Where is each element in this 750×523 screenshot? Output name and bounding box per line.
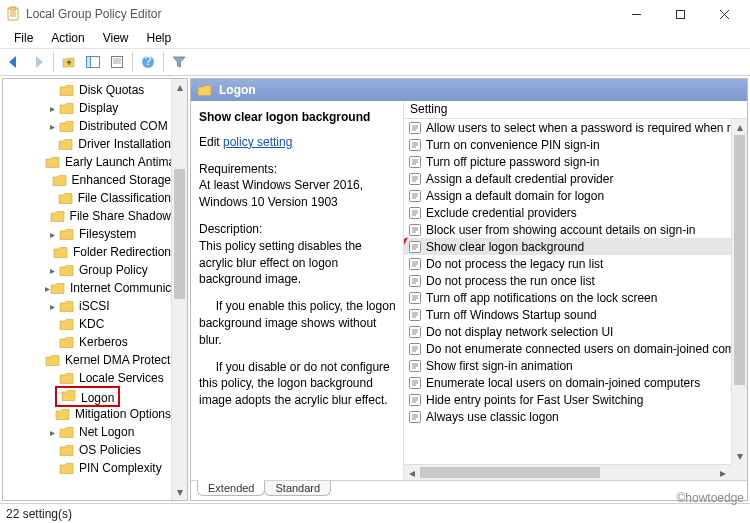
tree-scrollbar-vertical[interactable]: ▴ ▾ <box>171 79 187 500</box>
help-button[interactable]: ? <box>136 51 160 73</box>
tree-item[interactable]: Early Launch Antimalware <box>3 153 171 171</box>
maximize-button[interactable] <box>658 0 702 28</box>
setting-row[interactable]: Do not display network selection UI <box>404 323 731 340</box>
description-disable: If you disable or do not configure this … <box>199 359 397 409</box>
setting-row[interactable]: Hide entry points for Fast User Switchin… <box>404 391 731 408</box>
setting-row[interactable]: Allow users to select when a password is… <box>404 119 731 136</box>
settings-scrollbar-vertical[interactable]: ▴ ▾ <box>731 119 747 464</box>
folder-icon <box>45 353 61 367</box>
properties-button[interactable] <box>105 51 129 73</box>
edit-line: Edit policy setting <box>199 134 397 151</box>
scroll-down-icon[interactable]: ▾ <box>172 484 187 500</box>
folder-icon <box>59 83 75 97</box>
scroll-corner <box>731 464 747 480</box>
scroll-up-icon[interactable]: ▴ <box>732 119 747 135</box>
setting-row[interactable]: Do not process the run once list <box>404 272 731 289</box>
setting-row[interactable]: Turn off picture password sign-in <box>404 153 731 170</box>
tree-item-label: Mitigation Options <box>75 407 171 421</box>
menu-file[interactable]: File <box>6 29 41 47</box>
forward-button[interactable] <box>26 51 50 73</box>
scroll-thumb[interactable] <box>734 135 745 385</box>
tab-standard[interactable]: Standard <box>264 481 331 496</box>
tree-item[interactable]: Locale Services <box>3 369 171 387</box>
edit-policy-link[interactable]: policy setting <box>223 135 292 149</box>
setting-label: Allow users to select when a password is… <box>426 121 747 135</box>
policy-icon <box>408 376 422 390</box>
setting-row[interactable]: Assign a default credential provider <box>404 170 731 187</box>
tree-item[interactable]: File Classification <box>3 189 171 207</box>
expand-icon[interactable]: ▸ <box>45 121 59 132</box>
setting-row[interactable]: Show clear logon background <box>404 238 731 255</box>
scroll-up-icon[interactable]: ▴ <box>172 79 187 95</box>
tree-item[interactable]: Logon <box>3 387 171 405</box>
close-button[interactable] <box>702 0 746 28</box>
setting-row[interactable]: Enumerate local users on domain-joined c… <box>404 374 731 391</box>
setting-row[interactable]: Turn on convenience PIN sign-in <box>404 136 731 153</box>
tree-item[interactable]: Kerberos <box>3 333 171 351</box>
menu-view[interactable]: View <box>95 29 137 47</box>
scroll-right-icon[interactable]: ▸ <box>715 465 731 480</box>
menu-action[interactable]: Action <box>43 29 92 47</box>
folder-icon <box>59 263 75 277</box>
setting-row[interactable]: Turn off app notifications on the lock s… <box>404 289 731 306</box>
tree-item[interactable]: Folder Redirection <box>3 243 171 261</box>
expand-icon[interactable]: ▸ <box>45 427 59 438</box>
expand-icon[interactable]: ▸ <box>45 103 59 114</box>
scroll-left-icon[interactable]: ◂ <box>404 465 420 480</box>
settings-scrollbar-horizontal[interactable]: ◂ ▸ <box>404 464 731 480</box>
tree-item[interactable]: Mitigation Options <box>3 405 171 423</box>
tree-item[interactable]: ▸Filesystem <box>3 225 171 243</box>
tree-body[interactable]: Disk Quotas▸Display▸Distributed COMDrive… <box>3 79 171 500</box>
tree-item[interactable]: Disk Quotas <box>3 81 171 99</box>
tree-item[interactable]: ▸Internet Communication <box>3 279 171 297</box>
tree-item-label: Early Launch Antimalware <box>65 155 171 169</box>
folder-icon <box>45 155 61 169</box>
tree-item[interactable]: Kernel DMA Protection <box>3 351 171 369</box>
setting-row[interactable]: Show first sign-in animation <box>404 357 731 374</box>
tree-item[interactable]: File Share Shadow <box>3 207 171 225</box>
scroll-thumb[interactable] <box>174 169 185 299</box>
up-button[interactable] <box>57 51 81 73</box>
tree-item[interactable]: ▸Distributed COM <box>3 117 171 135</box>
column-header-setting[interactable]: Setting <box>404 101 747 119</box>
description-panel: Show clear logon background Edit policy … <box>191 101 403 480</box>
minimize-button[interactable] <box>614 0 658 28</box>
filter-button[interactable] <box>167 51 191 73</box>
expand-icon[interactable]: ▸ <box>45 265 59 276</box>
tab-extended[interactable]: Extended <box>197 480 265 496</box>
tree-item[interactable]: ▸iSCSI <box>3 297 171 315</box>
tree-item[interactable]: OS Policies <box>3 441 171 459</box>
status-text: 22 setting(s) <box>6 507 72 521</box>
expand-icon[interactable]: ▸ <box>45 229 59 240</box>
setting-row[interactable]: Exclude credential providers <box>404 204 731 221</box>
menu-help[interactable]: Help <box>139 29 180 47</box>
setting-row[interactable]: Block user from showing account details … <box>404 221 731 238</box>
folder-icon <box>58 191 74 205</box>
tree-item[interactable]: ▸Net Logon <box>3 423 171 441</box>
tree-item[interactable]: Enhanced Storage <box>3 171 171 189</box>
svg-rect-1 <box>10 7 16 10</box>
setting-row[interactable]: Assign a default domain for logon <box>404 187 731 204</box>
folder-icon <box>59 371 75 385</box>
setting-row[interactable]: Do not process the legacy run list <box>404 255 731 272</box>
policy-icon <box>408 206 422 220</box>
show-hide-tree-button[interactable] <box>81 51 105 73</box>
tree-item[interactable]: Driver Installation <box>3 135 171 153</box>
tree-item-label: Kernel DMA Protection <box>65 353 171 367</box>
scroll-down-icon[interactable]: ▾ <box>732 448 747 464</box>
setting-row[interactable]: Turn off Windows Startup sound <box>404 306 731 323</box>
expand-icon[interactable]: ▸ <box>45 301 59 312</box>
setting-row[interactable]: Always use classic logon <box>404 408 731 425</box>
tree-item[interactable]: PIN Complexity <box>3 459 171 477</box>
tree-item[interactable]: ▸Group Policy <box>3 261 171 279</box>
setting-row[interactable]: Do not enumerate connected users on doma… <box>404 340 731 357</box>
back-button[interactable] <box>2 51 26 73</box>
scroll-thumb[interactable] <box>420 467 600 478</box>
tree-item-label: Net Logon <box>79 425 134 439</box>
policy-icon <box>408 274 422 288</box>
tree-item[interactable]: KDC <box>3 315 171 333</box>
settings-items[interactable]: Allow users to select when a password is… <box>404 119 731 464</box>
tree-item-label: OS Policies <box>79 443 141 457</box>
tree-item[interactable]: ▸Display <box>3 99 171 117</box>
folder-icon <box>59 425 75 439</box>
